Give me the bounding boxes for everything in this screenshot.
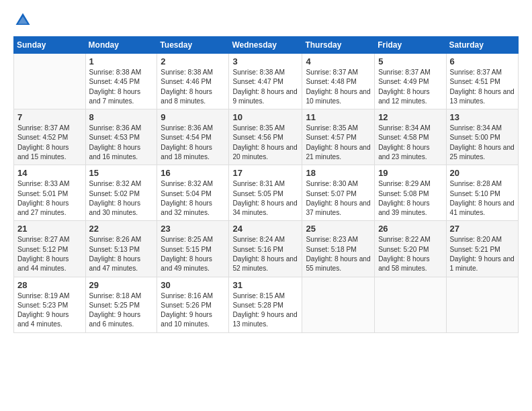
calendar-cell: 13Sunrise: 8:34 AMSunset: 5:00 PMDayligh…: [446, 109, 518, 165]
day-number: 21: [17, 224, 82, 234]
sunset-text: Sunset: 5:12 PM: [17, 246, 68, 253]
day-number: 1: [89, 56, 154, 66]
day-info: Sunrise: 8:37 AMSunset: 4:48 PMDaylight:…: [306, 68, 371, 106]
daylight-text: Daylight: 8 hours and 41 minutes.: [450, 199, 515, 216]
day-info: Sunrise: 8:20 AMSunset: 5:21 PMDaylight:…: [450, 235, 515, 273]
logo-icon: [13, 11, 32, 30]
daylight-text: Daylight: 8 hours and 10 minutes.: [306, 88, 370, 105]
day-info: Sunrise: 8:38 AMSunset: 4:46 PMDaylight:…: [161, 68, 225, 106]
calendar-cell: 11Sunrise: 8:35 AMSunset: 4:57 PMDayligh…: [302, 109, 375, 165]
sunrise-text: Sunrise: 8:16 AM: [161, 292, 213, 300]
daylight-text: Daylight: 8 hours and 8 minutes.: [161, 88, 212, 105]
sunset-text: Sunset: 5:10 PM: [450, 190, 500, 197]
sunrise-text: Sunrise: 8:26 AM: [89, 236, 142, 243]
daylight-text: Daylight: 8 hours and 34 minutes.: [232, 199, 297, 216]
day-number: 26: [378, 224, 442, 234]
sunrise-text: Sunrise: 8:35 AM: [232, 124, 285, 132]
daylight-text: Daylight: 9 hours and 4 minutes.: [17, 311, 69, 328]
day-info: Sunrise: 8:38 AMSunset: 4:45 PMDaylight:…: [89, 68, 154, 106]
sunrise-text: Sunrise: 8:37 AM: [17, 124, 70, 132]
sunset-text: Sunset: 4:54 PM: [161, 134, 211, 141]
sunrise-text: Sunrise: 8:20 AM: [450, 236, 502, 243]
header-monday: Monday: [85, 37, 157, 54]
day-number: 11: [306, 112, 371, 122]
header: [13, 11, 519, 30]
day-info: Sunrise: 8:35 AMSunset: 4:56 PMDaylight:…: [232, 124, 298, 162]
sunrise-text: Sunrise: 8:33 AM: [17, 180, 70, 187]
sunset-text: Sunset: 5:08 PM: [378, 190, 429, 197]
day-info: Sunrise: 8:30 AMSunset: 5:07 PMDaylight:…: [306, 179, 371, 218]
daylight-text: Daylight: 8 hours and 55 minutes.: [306, 255, 370, 272]
calendar-cell: 25Sunrise: 8:23 AMSunset: 5:18 PMDayligh…: [302, 221, 375, 277]
daylight-text: Daylight: 8 hours and 32 minutes.: [161, 199, 212, 216]
daylight-text: Daylight: 8 hours and 49 minutes.: [161, 255, 212, 272]
daylight-text: Daylight: 8 hours and 7 minutes.: [89, 88, 140, 105]
day-info: Sunrise: 8:34 AMSunset: 5:00 PMDaylight:…: [450, 124, 515, 162]
sunset-text: Sunset: 5:00 PM: [450, 134, 500, 141]
sunset-text: Sunset: 4:47 PM: [232, 78, 283, 85]
calendar-cell: 10Sunrise: 8:35 AMSunset: 4:56 PMDayligh…: [229, 109, 302, 165]
day-number: 20: [450, 168, 515, 178]
day-info: Sunrise: 8:18 AMSunset: 5:25 PMDaylight:…: [89, 291, 154, 330]
calendar-week-1: 7Sunrise: 8:37 AMSunset: 4:52 PMDaylight…: [14, 109, 519, 165]
sunset-text: Sunset: 5:23 PM: [17, 302, 68, 309]
daylight-text: Daylight: 8 hours and 18 minutes.: [161, 144, 212, 161]
calendar-cell: 27Sunrise: 8:20 AMSunset: 5:21 PMDayligh…: [446, 221, 518, 277]
daylight-text: Daylight: 8 hours and 9 minutes.: [232, 88, 297, 105]
day-number: 18: [306, 168, 371, 178]
day-number: 5: [378, 56, 442, 66]
calendar-cell: 31Sunrise: 8:15 AMSunset: 5:28 PMDayligh…: [229, 277, 302, 332]
calendar-cell: 21Sunrise: 8:27 AMSunset: 5:12 PMDayligh…: [14, 221, 86, 277]
day-number: 2: [161, 56, 225, 66]
daylight-text: Daylight: 8 hours and 12 minutes.: [378, 88, 429, 105]
calendar-body: 1Sunrise: 8:38 AMSunset: 4:45 PMDaylight…: [14, 54, 519, 333]
calendar-cell: 8Sunrise: 8:36 AMSunset: 4:53 PMDaylight…: [85, 109, 157, 165]
day-number: 13: [450, 112, 515, 122]
day-number: 23: [161, 224, 225, 234]
header-wednesday: Wednesday: [229, 37, 302, 54]
day-number: 4: [306, 56, 371, 66]
day-info: Sunrise: 8:35 AMSunset: 4:57 PMDaylight:…: [306, 124, 371, 162]
day-number: 7: [17, 112, 82, 122]
day-number: 9: [161, 112, 225, 122]
day-info: Sunrise: 8:37 AMSunset: 4:51 PMDaylight:…: [450, 68, 515, 106]
day-info: Sunrise: 8:27 AMSunset: 5:12 PMDaylight:…: [17, 235, 82, 273]
header-saturday: Saturday: [446, 37, 518, 54]
sunset-text: Sunset: 5:26 PM: [161, 302, 211, 309]
calendar-cell: [302, 277, 375, 332]
daylight-text: Daylight: 8 hours and 16 minutes.: [89, 144, 140, 161]
day-number: 12: [378, 112, 442, 122]
sunrise-text: Sunrise: 8:29 AM: [378, 180, 431, 187]
day-number: 24: [232, 224, 298, 234]
sunset-text: Sunset: 4:49 PM: [378, 78, 429, 85]
day-info: Sunrise: 8:32 AMSunset: 5:02 PMDaylight:…: [89, 179, 154, 218]
day-info: Sunrise: 8:24 AMSunset: 5:16 PMDaylight:…: [232, 235, 298, 273]
sunset-text: Sunset: 4:58 PM: [378, 134, 429, 141]
daylight-text: Daylight: 8 hours and 39 minutes.: [378, 199, 429, 216]
sunset-text: Sunset: 5:13 PM: [89, 246, 140, 253]
calendar-cell: 3Sunrise: 8:38 AMSunset: 4:47 PMDaylight…: [229, 54, 302, 109]
calendar-cell: 28Sunrise: 8:19 AMSunset: 5:23 PMDayligh…: [14, 277, 86, 332]
sunrise-text: Sunrise: 8:15 AM: [232, 292, 285, 300]
header-row: Sunday Monday Tuesday Wednesday Thursday…: [14, 37, 519, 54]
sunrise-text: Sunrise: 8:34 AM: [378, 124, 431, 132]
calendar-week-0: 1Sunrise: 8:38 AMSunset: 4:45 PMDaylight…: [14, 54, 519, 109]
sunrise-text: Sunrise: 8:37 AM: [450, 68, 502, 76]
day-info: Sunrise: 8:32 AMSunset: 5:04 PMDaylight:…: [161, 179, 225, 218]
sunrise-text: Sunrise: 8:38 AM: [161, 68, 213, 76]
sunset-text: Sunset: 4:48 PM: [306, 78, 356, 85]
day-info: Sunrise: 8:16 AMSunset: 5:26 PMDaylight:…: [161, 291, 225, 330]
calendar-cell: 19Sunrise: 8:29 AMSunset: 5:08 PMDayligh…: [375, 165, 446, 221]
daylight-text: Daylight: 8 hours and 20 minutes.: [232, 144, 297, 161]
day-info: Sunrise: 8:36 AMSunset: 4:54 PMDaylight:…: [161, 124, 225, 162]
sunset-text: Sunset: 4:53 PM: [89, 134, 140, 141]
day-number: 19: [378, 168, 442, 178]
header-friday: Friday: [375, 37, 446, 54]
sunset-text: Sunset: 4:56 PM: [232, 134, 283, 141]
calendar-cell: 5Sunrise: 8:37 AMSunset: 4:49 PMDaylight…: [375, 54, 446, 109]
page: Sunday Monday Tuesday Wednesday Thursday…: [0, 0, 532, 411]
sunset-text: Sunset: 5:15 PM: [161, 246, 211, 253]
day-number: 16: [161, 168, 225, 178]
header-thursday: Thursday: [302, 37, 375, 54]
day-number: 22: [89, 224, 154, 234]
